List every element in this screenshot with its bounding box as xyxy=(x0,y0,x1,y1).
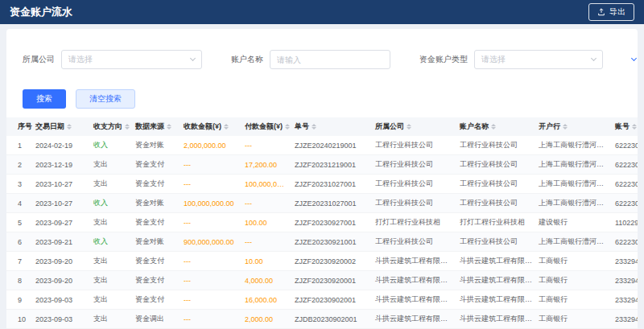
col-header-label: 单号 xyxy=(295,122,309,130)
cell-index: 8 xyxy=(6,271,32,290)
col-header-label: 交易日期 xyxy=(35,122,64,130)
filter-account-type: 资金账户类型 请选择 xyxy=(419,50,603,69)
filter-account-name: 账户名称 xyxy=(231,50,390,69)
search-button[interactable]: 搜索 xyxy=(23,89,66,109)
table-row[interactable]: 42023-10-27收入资金对账100,000,000.00---ZJZE20… xyxy=(6,194,638,213)
cell-order-no: ZJZF20230920002 xyxy=(291,252,372,271)
page-header: 资金账户流水 导出 xyxy=(0,0,644,24)
table-row[interactable]: 12024-02-19收入资金对账2,000,000.00---ZJZE2024… xyxy=(6,136,638,155)
col-header-account-name[interactable]: 账户名称 xyxy=(456,117,535,136)
cell-direction: 收入 xyxy=(90,136,132,155)
cell-company: 工程行业科技公司 xyxy=(372,232,456,252)
cell-direction: 收入 xyxy=(90,194,132,213)
sort-icon xyxy=(285,124,290,130)
cell-receipt-amount: --- xyxy=(180,310,242,329)
col-header-direction[interactable]: 收支方向 xyxy=(90,117,132,136)
sort-icon xyxy=(491,124,496,130)
cell-index: 6 xyxy=(6,232,32,252)
cell-data-source: 资金对账 xyxy=(132,194,180,213)
col-header-payment-amount[interactable]: 付款金额(¥) xyxy=(242,117,291,136)
cell-bank: 上海工商银行漕河区支行 xyxy=(535,194,612,213)
company-select-placeholder: 请选择 xyxy=(68,54,93,65)
cell-bank: 上海工商银行漕河区支行 xyxy=(535,232,612,252)
sort-icon xyxy=(67,124,72,130)
col-header-account-no[interactable]: 账号 xyxy=(612,117,638,136)
chevron-down-icon xyxy=(631,56,637,61)
col-header-label: 账户名称 xyxy=(460,122,489,130)
table-row[interactable]: 22023-12-19支出资金支付---17,200.00ZJZF2023121… xyxy=(6,155,638,175)
table-row[interactable]: 92023-09-03支出资金支付---16,000.00ZJZF2023090… xyxy=(6,290,638,310)
cell-bank: 上海工商银行漕河区支行 xyxy=(535,155,612,175)
cell-receipt-amount: --- xyxy=(180,271,242,290)
cell-payment-amount: 10.00 xyxy=(242,252,291,271)
table-row[interactable]: 52023-09-27支出资金支付---100.00ZJZF2023092700… xyxy=(6,213,638,232)
cell-account-no: 23329499... xyxy=(612,290,638,310)
cell-company: 斗拱云建筑工程有限公司 xyxy=(372,310,456,329)
cell-account-no: 11022982... xyxy=(612,213,638,232)
cell-account-no: 62223011... xyxy=(612,155,638,175)
cell-data-source: 资金对账 xyxy=(132,232,180,252)
cell-account-no: 23329499... xyxy=(612,271,638,290)
cell-index: 5 xyxy=(6,213,32,232)
sort-icon xyxy=(632,124,637,130)
cell-order-no: ZJZE20230921001 xyxy=(291,232,372,252)
expand-filters-link[interactable]: 展开筛选 xyxy=(632,37,638,82)
col-header-label: 所属公司 xyxy=(375,122,404,130)
cell-data-source: 资金调出 xyxy=(132,310,180,329)
cell-data-source: 资金支付 xyxy=(132,155,180,175)
cell-account-no: 62223011... xyxy=(612,175,638,194)
col-header-receipt-amount[interactable]: 收款金额(¥) xyxy=(180,117,242,136)
sort-icon xyxy=(407,124,411,130)
account-type-label: 资金账户类型 xyxy=(419,54,468,65)
cell-bank: 工商银行 xyxy=(535,310,612,329)
table-row[interactable]: 102023-09-03支出资金调出---2,000.00ZJDB2023090… xyxy=(6,310,638,329)
sort-icon xyxy=(224,124,229,130)
cell-account-no: 23329499... xyxy=(612,310,638,329)
cell-receipt-amount: --- xyxy=(180,290,242,310)
table-row[interactable]: 72023-09-20支出资金支付---10.00ZJZF20230920002… xyxy=(6,252,638,271)
account-type-select-placeholder: 请选择 xyxy=(481,54,506,65)
col-header-company[interactable]: 所属公司 xyxy=(372,117,456,136)
cell-direction: 支出 xyxy=(90,175,132,194)
col-header-label: 付款金额(¥) xyxy=(245,122,283,130)
cell-receipt-amount: --- xyxy=(180,252,242,271)
cell-data-source: 资金对账 xyxy=(132,136,180,155)
cell-transaction-date: 2023-09-20 xyxy=(32,252,90,271)
cell-transaction-date: 2023-09-03 xyxy=(32,290,90,310)
chevron-down-icon xyxy=(190,56,196,61)
cell-account-no: 23329499... xyxy=(612,252,638,271)
cell-data-source: 资金支付 xyxy=(132,290,180,310)
cell-bank: 工商银行 xyxy=(535,252,612,271)
cell-payment-amount: 16,000.00 xyxy=(242,290,291,310)
company-select[interactable]: 请选择 xyxy=(61,50,202,69)
cell-account-name: 斗拱云建筑工程有限公司 xyxy=(456,271,535,290)
cell-receipt-amount: --- xyxy=(180,175,242,194)
cell-bank: 上海工商银行漕河区支行 xyxy=(535,136,612,155)
col-header-data-source[interactable]: 数据来源 xyxy=(132,117,180,136)
cell-receipt-amount: --- xyxy=(180,155,242,175)
cell-company: 工程行业科技公司 xyxy=(372,136,456,155)
cell-payment-amount: --- xyxy=(242,136,291,155)
export-button[interactable]: 导出 xyxy=(588,3,634,21)
filter-panel: 所属公司 请选择 账户名称 资金账户类型 请选择 xyxy=(6,29,638,82)
cell-transaction-date: 2023-09-03 xyxy=(32,310,90,329)
table-row[interactable]: 82023-09-20支出资金支付---4,000.00ZJZF20230920… xyxy=(6,271,638,290)
cell-order-no: ZJDB20230902001 xyxy=(291,310,372,329)
cell-direction: 支出 xyxy=(90,213,132,232)
col-header-bank[interactable]: 开户行 xyxy=(535,117,612,136)
col-header-label: 收款金额(¥) xyxy=(184,122,221,130)
col-header-order-no[interactable]: 单号 xyxy=(291,117,372,136)
col-header-transaction-date[interactable]: 交易日期 xyxy=(32,117,90,136)
sort-icon xyxy=(167,124,171,130)
cell-account-name: 工程行业科技公司 xyxy=(456,175,535,194)
cell-transaction-date: 2023-10-27 xyxy=(32,194,90,213)
cell-bank: 工商银行 xyxy=(535,290,612,310)
table-row[interactable]: 62023-09-21收入资金对账900,000,000.00---ZJZE20… xyxy=(6,232,638,252)
account-type-select[interactable]: 请选择 xyxy=(474,50,603,69)
cell-bank: 建设银行 xyxy=(535,213,612,232)
cell-transaction-date: 2023-10-27 xyxy=(32,175,90,194)
col-header-label: 数据来源 xyxy=(135,122,164,130)
account-name-input[interactable] xyxy=(277,56,383,64)
table-row[interactable]: 32023-10-27支出资金支付---100,000,000.00ZJZF20… xyxy=(6,175,638,194)
clear-search-button[interactable]: 清空搜索 xyxy=(76,89,135,109)
